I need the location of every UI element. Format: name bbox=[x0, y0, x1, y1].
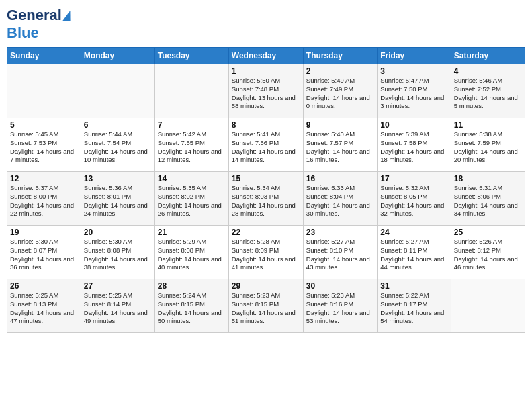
day-number: 29 bbox=[232, 281, 300, 291]
day-info: Sunrise: 5:29 AM Sunset: 8:08 PM Dayligh… bbox=[158, 238, 226, 272]
logo-triangle-icon bbox=[62, 11, 73, 21]
calendar-cell: 23Sunrise: 5:27 AM Sunset: 8:10 PM Dayli… bbox=[303, 226, 377, 279]
calendar-cell: 28Sunrise: 5:24 AM Sunset: 8:15 PM Dayli… bbox=[154, 279, 228, 333]
day-number: 25 bbox=[454, 228, 522, 237]
header: General Blue bbox=[7, 7, 525, 42]
day-info: Sunrise: 5:30 AM Sunset: 8:08 PM Dayligh… bbox=[84, 238, 152, 272]
calendar-cell: 7Sunrise: 5:42 AM Sunset: 7:55 PM Daylig… bbox=[154, 118, 228, 172]
weekday-header-wednesday: Wednesday bbox=[228, 48, 303, 64]
calendar-cell: 27Sunrise: 5:25 AM Sunset: 8:14 PM Dayli… bbox=[81, 279, 154, 333]
logo-general: General bbox=[7, 7, 62, 24]
weekday-header-saturday: Saturday bbox=[451, 48, 525, 64]
day-info: Sunrise: 5:39 AM Sunset: 7:58 PM Dayligh… bbox=[380, 130, 447, 165]
day-number: 3 bbox=[380, 66, 447, 76]
day-number: 31 bbox=[380, 281, 447, 291]
calendar-cell bbox=[154, 64, 228, 118]
calendar-cell: 12Sunrise: 5:37 AM Sunset: 8:00 PM Dayli… bbox=[7, 172, 81, 226]
day-number: 2 bbox=[306, 66, 374, 76]
calendar-cell: 3Sunrise: 5:47 AM Sunset: 7:50 PM Daylig… bbox=[378, 64, 451, 118]
calendar-cell: 14Sunrise: 5:35 AM Sunset: 8:02 PM Dayli… bbox=[154, 172, 228, 226]
day-info: Sunrise: 5:26 AM Sunset: 8:12 PM Dayligh… bbox=[454, 238, 522, 272]
calendar-cell: 6Sunrise: 5:44 AM Sunset: 7:54 PM Daylig… bbox=[81, 118, 154, 172]
day-number: 7 bbox=[158, 120, 226, 130]
calendar-cell bbox=[451, 279, 525, 333]
day-info: Sunrise: 5:24 AM Sunset: 8:15 PM Dayligh… bbox=[158, 291, 226, 326]
calendar-cell: 10Sunrise: 5:39 AM Sunset: 7:58 PM Dayli… bbox=[378, 118, 451, 172]
calendar-cell: 9Sunrise: 5:40 AM Sunset: 7:57 PM Daylig… bbox=[303, 118, 377, 172]
calendar-cell: 25Sunrise: 5:26 AM Sunset: 8:12 PM Dayli… bbox=[451, 226, 525, 279]
day-number: 30 bbox=[306, 281, 374, 291]
day-info: Sunrise: 5:22 AM Sunset: 8:17 PM Dayligh… bbox=[380, 291, 447, 326]
calendar-cell: 15Sunrise: 5:34 AM Sunset: 8:03 PM Dayli… bbox=[228, 172, 303, 226]
day-info: Sunrise: 5:30 AM Sunset: 8:07 PM Dayligh… bbox=[10, 238, 78, 272]
calendar-cell: 8Sunrise: 5:41 AM Sunset: 7:56 PM Daylig… bbox=[228, 118, 303, 172]
day-info: Sunrise: 5:50 AM Sunset: 7:48 PM Dayligh… bbox=[232, 77, 300, 111]
day-info: Sunrise: 5:40 AM Sunset: 7:57 PM Dayligh… bbox=[306, 130, 374, 165]
logo: General Blue bbox=[7, 7, 71, 42]
weekday-header-monday: Monday bbox=[81, 48, 154, 64]
day-info: Sunrise: 5:49 AM Sunset: 7:49 PM Dayligh… bbox=[306, 77, 374, 111]
day-info: Sunrise: 5:33 AM Sunset: 8:04 PM Dayligh… bbox=[306, 184, 374, 218]
weekday-header-thursday: Thursday bbox=[303, 48, 377, 64]
calendar-cell: 19Sunrise: 5:30 AM Sunset: 8:07 PM Dayli… bbox=[7, 226, 81, 279]
day-info: Sunrise: 5:28 AM Sunset: 8:09 PM Dayligh… bbox=[232, 238, 300, 272]
day-number: 19 bbox=[10, 228, 78, 237]
day-number: 13 bbox=[84, 174, 152, 183]
calendar-cell: 5Sunrise: 5:45 AM Sunset: 7:53 PM Daylig… bbox=[7, 118, 81, 172]
day-info: Sunrise: 5:42 AM Sunset: 7:55 PM Dayligh… bbox=[158, 130, 226, 165]
day-number: 28 bbox=[158, 281, 226, 291]
day-number: 15 bbox=[232, 174, 300, 183]
day-info: Sunrise: 5:32 AM Sunset: 8:05 PM Dayligh… bbox=[380, 184, 447, 218]
calendar-cell: 16Sunrise: 5:33 AM Sunset: 8:04 PM Dayli… bbox=[303, 172, 377, 226]
day-number: 5 bbox=[10, 120, 78, 130]
day-number: 16 bbox=[306, 174, 374, 183]
day-info: Sunrise: 5:46 AM Sunset: 7:52 PM Dayligh… bbox=[454, 77, 522, 111]
day-number: 23 bbox=[306, 228, 374, 237]
day-number: 22 bbox=[232, 228, 300, 237]
day-info: Sunrise: 5:45 AM Sunset: 7:53 PM Dayligh… bbox=[10, 130, 78, 165]
day-info: Sunrise: 5:41 AM Sunset: 7:56 PM Dayligh… bbox=[232, 130, 300, 165]
day-info: Sunrise: 5:36 AM Sunset: 8:01 PM Dayligh… bbox=[84, 184, 152, 218]
day-info: Sunrise: 5:35 AM Sunset: 8:02 PM Dayligh… bbox=[158, 184, 226, 218]
day-info: Sunrise: 5:47 AM Sunset: 7:50 PM Dayligh… bbox=[380, 77, 447, 111]
calendar-cell: 29Sunrise: 5:23 AM Sunset: 8:15 PM Dayli… bbox=[228, 279, 303, 333]
calendar-cell: 20Sunrise: 5:30 AM Sunset: 8:08 PM Dayli… bbox=[81, 226, 154, 279]
day-info: Sunrise: 5:38 AM Sunset: 7:59 PM Dayligh… bbox=[454, 130, 522, 165]
day-info: Sunrise: 5:27 AM Sunset: 8:11 PM Dayligh… bbox=[380, 238, 447, 272]
day-number: 18 bbox=[454, 174, 522, 183]
day-number: 26 bbox=[10, 281, 78, 291]
calendar-cell: 26Sunrise: 5:25 AM Sunset: 8:13 PM Dayli… bbox=[7, 279, 81, 333]
day-number: 17 bbox=[380, 174, 447, 183]
day-info: Sunrise: 5:34 AM Sunset: 8:03 PM Dayligh… bbox=[232, 184, 300, 218]
day-number: 20 bbox=[84, 228, 152, 237]
calendar-cell: 30Sunrise: 5:23 AM Sunset: 8:16 PM Dayli… bbox=[303, 279, 377, 333]
calendar-cell bbox=[81, 64, 154, 118]
calendar-cell: 1Sunrise: 5:50 AM Sunset: 7:48 PM Daylig… bbox=[228, 64, 303, 118]
calendar-cell: 17Sunrise: 5:32 AM Sunset: 8:05 PM Dayli… bbox=[378, 172, 451, 226]
calendar-table: SundayMondayTuesdayWednesdayThursdayFrid… bbox=[7, 47, 525, 333]
day-info: Sunrise: 5:25 AM Sunset: 8:14 PM Dayligh… bbox=[84, 291, 152, 326]
weekday-header-tuesday: Tuesday bbox=[154, 48, 228, 64]
day-number: 4 bbox=[454, 66, 522, 76]
day-number: 6 bbox=[84, 120, 152, 130]
calendar-cell: 21Sunrise: 5:29 AM Sunset: 8:08 PM Dayli… bbox=[154, 226, 228, 279]
day-info: Sunrise: 5:44 AM Sunset: 7:54 PM Dayligh… bbox=[84, 130, 152, 165]
logo-blue: Blue bbox=[7, 24, 39, 41]
page: General Blue SundayMondayTuesdayWednesda… bbox=[0, 0, 532, 411]
day-number: 12 bbox=[10, 174, 78, 183]
calendar-cell: 22Sunrise: 5:28 AM Sunset: 8:09 PM Dayli… bbox=[228, 226, 303, 279]
calendar-cell: 18Sunrise: 5:31 AM Sunset: 8:06 PM Dayli… bbox=[451, 172, 525, 226]
calendar-cell: 24Sunrise: 5:27 AM Sunset: 8:11 PM Dayli… bbox=[378, 226, 451, 279]
day-number: 27 bbox=[84, 281, 152, 291]
day-info: Sunrise: 5:27 AM Sunset: 8:10 PM Dayligh… bbox=[306, 238, 374, 272]
day-info: Sunrise: 5:31 AM Sunset: 8:06 PM Dayligh… bbox=[454, 184, 522, 218]
day-number: 14 bbox=[158, 174, 226, 183]
calendar-cell: 11Sunrise: 5:38 AM Sunset: 7:59 PM Dayli… bbox=[451, 118, 525, 172]
calendar-cell: 2Sunrise: 5:49 AM Sunset: 7:49 PM Daylig… bbox=[303, 64, 377, 118]
day-number: 9 bbox=[306, 120, 374, 130]
calendar-cell: 13Sunrise: 5:36 AM Sunset: 8:01 PM Dayli… bbox=[81, 172, 154, 226]
calendar-cell bbox=[7, 64, 81, 118]
day-info: Sunrise: 5:25 AM Sunset: 8:13 PM Dayligh… bbox=[10, 291, 78, 326]
day-info: Sunrise: 5:37 AM Sunset: 8:00 PM Dayligh… bbox=[10, 184, 78, 218]
day-number: 11 bbox=[454, 120, 522, 130]
